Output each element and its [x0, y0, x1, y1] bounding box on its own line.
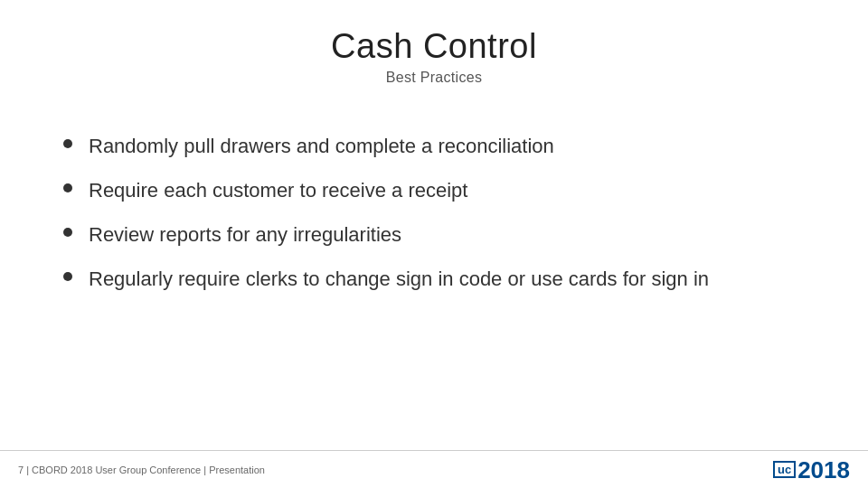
- slide: Cash Control Best Practices Randomly pul…: [0, 0, 868, 488]
- bullet-text: Review reports for any irregularities: [89, 220, 805, 249]
- list-item: Require each customer to receive a recei…: [63, 175, 805, 205]
- bullet-text: Regularly require clerks to change sign …: [89, 264, 805, 294]
- title-section: Cash Control Best Practices: [54, 27, 814, 86]
- main-title: Cash Control: [54, 27, 814, 66]
- bullet-dot: [63, 139, 72, 148]
- footer: 7 | CBORD 2018 User Group Conference | P…: [0, 450, 868, 488]
- footer-logo: uc 2018: [773, 458, 850, 482]
- bullet-list: Randomly pull drawers and complete a rec…: [63, 131, 805, 294]
- content-area: Randomly pull drawers and complete a rec…: [63, 131, 805, 443]
- bullet-dot: [63, 272, 72, 281]
- bullet-text: Require each customer to receive a recei…: [89, 175, 805, 205]
- subtitle: Best Practices: [54, 70, 814, 86]
- footer-left-text: 7 | CBORD 2018 User Group Conference | P…: [18, 465, 265, 475]
- list-item: Review reports for any irregularities: [63, 220, 805, 249]
- bullet-dot: [63, 183, 72, 192]
- bullet-dot: [63, 228, 72, 237]
- logo-year: 2018: [797, 458, 850, 482]
- list-item: Regularly require clerks to change sign …: [63, 264, 805, 294]
- bullet-text: Randomly pull drawers and complete a rec…: [89, 131, 805, 161]
- logo-uc: uc: [773, 461, 796, 478]
- list-item: Randomly pull drawers and complete a rec…: [63, 131, 805, 161]
